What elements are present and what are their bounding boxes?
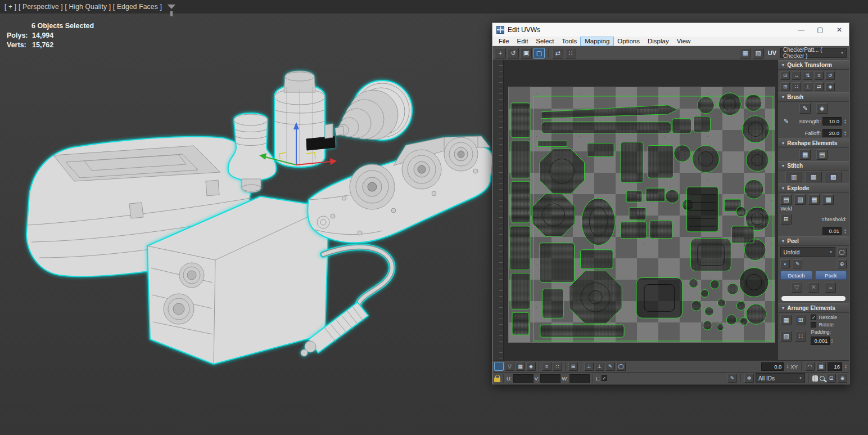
align-element-icon[interactable]: ◈ — [825, 82, 835, 91]
mirror-vertical-icon[interactable]: ⊥ — [595, 362, 604, 371]
move-tool-icon[interactable]: + — [495, 48, 506, 59]
menu-tools[interactable]: Tools — [558, 37, 581, 46]
w-field[interactable] — [569, 374, 590, 383]
pivot-toggle-icon[interactable]: ⊡ — [780, 71, 790, 80]
freeze-icon[interactable]: ✻ — [744, 374, 754, 383]
space-horizontal-icon[interactable]: ⊞ — [780, 82, 790, 91]
break-icon[interactable]: ▩ — [822, 194, 834, 205]
zoom-extents-icon[interactable]: ⊕ — [838, 374, 847, 383]
flatten-by-smoothing-icon[interactable]: ▤ — [780, 194, 792, 205]
lock-selection-icon[interactable] — [494, 378, 500, 382]
v-field[interactable] — [540, 374, 560, 383]
show-map-icon[interactable]: ▦ — [740, 48, 751, 59]
element-mode-icon[interactable]: ◈ — [526, 362, 536, 371]
section-explode[interactable]: ▼ Explode — [778, 183, 849, 193]
rescale-checkbox[interactable]: ✓ — [811, 315, 816, 320]
uv-checker-tile[interactable] — [508, 87, 775, 343]
arc-rotate-icon[interactable]: ◠ — [805, 362, 815, 371]
stitch-source-icon[interactable]: ▦ — [805, 172, 822, 182]
uv-canvas[interactable] — [492, 60, 777, 360]
close-button[interactable]: ✕ — [830, 23, 849, 37]
model-valve-cover[interactable] — [308, 136, 493, 243]
strength-spinner[interactable]: ▲▼ — [844, 119, 847, 124]
menu-view[interactable]: View — [673, 37, 695, 46]
rotate-tool-icon[interactable]: ↺ — [508, 48, 519, 59]
falloff-spinner[interactable]: ▲▼ — [844, 131, 847, 136]
maximize-button[interactable]: ▢ — [811, 23, 830, 37]
pack-button[interactable]: Pack — [815, 271, 847, 280]
pan-icon[interactable] — [812, 375, 818, 382]
unpin-icon[interactable]: ✕ — [808, 282, 819, 293]
stitch-custom-icon[interactable]: ▥ — [785, 172, 802, 182]
face-mode-icon[interactable]: ▦ — [516, 362, 525, 371]
pack-normalize-icon[interactable]: ▦ — [780, 315, 792, 325]
menu-display[interactable]: Display — [644, 37, 673, 46]
edit-seams-icon[interactable]: ✎ — [793, 259, 802, 268]
threshold-spinner[interactable]: ▲▼ — [844, 228, 847, 234]
uv-space-label[interactable]: UV — [768, 50, 776, 56]
paint-select-icon[interactable]: ✎ — [727, 374, 737, 383]
pack-together-icon[interactable]: ⊞ — [795, 315, 806, 325]
viewport-label[interactable]: [ + ] [ Perspective ] [ High Quality ] [… — [4, 3, 162, 11]
select-by-element-icon[interactable]: ⊞ — [568, 362, 578, 371]
relax-brush-icon[interactable]: ◈ — [816, 103, 828, 114]
zoom-region-icon[interactable]: ⊡ — [826, 374, 836, 383]
grid-snap-icon[interactable]: ▦ — [816, 362, 826, 371]
section-arrange[interactable]: ▼ Arrange Elements — [778, 303, 849, 313]
space-vertical-icon[interactable]: ∷ — [792, 82, 801, 91]
clear-seams-icon[interactable]: ≈ — [825, 282, 836, 293]
threshold-field[interactable]: 0.01 — [822, 227, 842, 235]
menu-mapping[interactable]: Mapping — [581, 37, 613, 46]
zoom-icon[interactable] — [820, 376, 825, 381]
padding-spinner[interactable]: ▲▼ — [830, 338, 833, 343]
menu-file[interactable]: File — [495, 37, 513, 46]
flatten-mapping-icon[interactable]: ▦ — [808, 194, 820, 205]
falloff-field[interactable]: 20.0 — [822, 129, 842, 137]
freeform-tool-icon[interactable]: ▢ — [534, 48, 545, 59]
ring-select-icon[interactable]: ◯ — [616, 362, 626, 371]
rotate-ccw-icon[interactable]: ↺ — [825, 71, 835, 80]
rotate-checkbox[interactable] — [811, 322, 816, 328]
rearrange-icon[interactable]: ∷ — [795, 331, 806, 342]
shrink-selection-icon[interactable]: ∷ — [553, 362, 562, 371]
scale-tool-icon[interactable]: ▣ — [521, 48, 532, 59]
padding-field[interactable]: 0.001 — [811, 337, 830, 345]
weld-selected-icon[interactable]: ⊞ — [780, 214, 792, 225]
align-vertical-icon[interactable]: ⇅ — [803, 71, 812, 80]
reset-peel-icon[interactable]: ⊕ — [837, 259, 847, 268]
edge-mode-icon[interactable]: ▽ — [505, 362, 514, 371]
grow-selection-icon[interactable]: ≡ — [542, 362, 551, 371]
rotate-angle-spinner[interactable]: ▲▼ — [786, 364, 789, 369]
minimize-button[interactable]: — — [792, 23, 811, 37]
model-cone-knob[interactable] — [335, 80, 412, 140]
section-reshape[interactable]: ▼ Reshape Elements — [778, 138, 849, 148]
straighten-icon[interactable]: ⊥ — [803, 82, 812, 91]
uv-islands-layer[interactable] — [509, 87, 775, 342]
rotate-angle-field[interactable]: 0.0 — [761, 362, 784, 371]
linear-align-icon[interactable]: ≡ — [814, 71, 824, 80]
section-stitch[interactable]: ▼ Stitch — [778, 161, 849, 171]
grid-size-spinner[interactable]: ▲▼ — [844, 364, 847, 369]
grid-size-field[interactable]: 16 — [828, 362, 842, 371]
detach-button[interactable]: Detach — [780, 271, 812, 280]
align-horizontal-icon[interactable]: ↔ — [792, 71, 801, 80]
checker-tiling-icon[interactable]: ▧ — [753, 48, 764, 59]
pack-full-icon[interactable]: ▧ — [780, 331, 792, 342]
pin-icon[interactable]: ▽ — [791, 282, 802, 293]
menu-options[interactable]: Options — [613, 37, 644, 46]
peel-mode-icon[interactable]: ◐ — [780, 259, 790, 268]
mirror-tool-icon[interactable]: ⇄ — [552, 48, 563, 59]
menu-edit[interactable]: Edit — [513, 37, 532, 46]
flatten-by-material-icon[interactable]: ▧ — [794, 194, 806, 205]
axis-label[interactable]: XY — [790, 364, 798, 370]
viewport-canvas[interactable] — [0, 14, 495, 435]
filter-icon[interactable] — [168, 5, 175, 9]
section-brush[interactable]: ▼ Brush — [778, 92, 849, 102]
texture-dropdown[interactable]: CheckerPatt... ( Checker ) ▼ — [780, 48, 847, 58]
material-id-filter-dropdown[interactable]: All IDs ▼ — [756, 373, 805, 383]
vertex-mode-icon[interactable] — [494, 362, 504, 371]
stitch-target-icon[interactable]: ▩ — [825, 172, 842, 182]
strength-field[interactable]: 10.0 — [822, 117, 842, 125]
quick-peel-icon[interactable]: ◯ — [837, 248, 847, 257]
rotate-cw-icon[interactable]: ⇄ — [814, 82, 824, 91]
